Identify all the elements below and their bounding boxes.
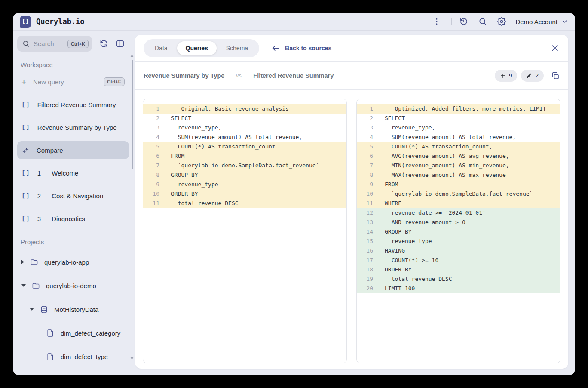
tree-item-querylab-io-app[interactable]: querylab-io-app <box>17 253 129 271</box>
code-text: total_revenue DESC <box>165 199 239 208</box>
sidebar-item-label: Revenue Summary by Type <box>37 124 117 131</box>
copy-icon[interactable] <box>551 71 560 80</box>
back-to-sources-label: Back to sources <box>285 45 331 52</box>
new-query-button[interactable]: + New query Ctrl+E <box>17 73 129 91</box>
history-icon[interactable] <box>459 17 468 26</box>
sidebar-item-welcome[interactable]: []1Welcome <box>17 164 129 182</box>
tree-item-dim-defect-type[interactable]: dim_defect_type <box>17 348 129 365</box>
back-to-sources-link[interactable]: Back to sources <box>271 44 331 52</box>
code-line: 9FROM <box>357 180 560 189</box>
line-number: 1 <box>143 104 165 114</box>
line-number: 18 <box>357 265 379 274</box>
search-input[interactable] <box>34 40 64 47</box>
refresh-icon[interactable] <box>99 39 108 48</box>
line-number: 11 <box>143 199 165 208</box>
code-line: 16HAVING <box>357 246 560 256</box>
tree-item-label: dim_defect_type <box>61 353 108 360</box>
tab-schema[interactable]: Schema <box>217 41 257 55</box>
top-bar: [] Querylab.io Demo Account <box>13 13 575 31</box>
plus-icon <box>500 73 506 79</box>
sidebar-item-revenue-summary-by-type[interactable]: []Revenue Summary by Type <box>17 118 129 136</box>
code-text: LIMIT 100 <box>379 284 415 293</box>
brackets-icon: [] <box>21 169 31 176</box>
edits-badge[interactable]: 2 <box>521 70 544 82</box>
close-icon[interactable] <box>550 43 560 53</box>
tree-item-label: dim_defect_category <box>61 329 120 337</box>
line-number: 15 <box>357 237 379 246</box>
line-number: 10 <box>143 189 165 199</box>
tree-item-querylab-io-demo[interactable]: querylab-io-demo <box>17 277 129 294</box>
code-panel-optimized: 1-- Optimized: Added filters, more metri… <box>356 99 560 363</box>
sidebar-scrollbar[interactable] <box>132 60 133 169</box>
kebab-menu-icon[interactable] <box>432 17 441 26</box>
code-line: 2SELECT <box>357 114 560 123</box>
code-text: MAX(revenue_amount) AS max_revenue <box>379 170 506 180</box>
panel-toggle-icon[interactable] <box>116 39 125 48</box>
line-number: 3 <box>357 123 379 132</box>
search-icon[interactable] <box>478 17 487 26</box>
line-number: 6 <box>357 151 379 161</box>
app-window: [] Querylab.io Demo Account <box>13 13 575 375</box>
compare-left-title: Revenue Summary by Type <box>144 72 224 79</box>
brackets-icon: [] <box>21 124 31 131</box>
code-line: 5 COUNT(*) AS transaction_count <box>143 142 346 151</box>
tree-item-label: querylab-io-demo <box>46 282 96 289</box>
sidebar-item-compare[interactable]: Compare <box>17 141 129 159</box>
sidebar-item-label: Compare <box>37 147 63 154</box>
code-text: MIN(revenue_amount) AS min_revenue, <box>379 161 509 170</box>
sidebar-item-diagnostics[interactable]: []3Diagnostics <box>17 209 129 228</box>
code-line: 7 `querylab-io-demo.SampleData.fact_reve… <box>143 161 346 170</box>
code-panel-original: 1-- Original: Basic revenue analysis2SEL… <box>143 99 347 363</box>
tab-queries[interactable]: Queries <box>177 41 217 55</box>
settings-gear-icon[interactable] <box>497 17 506 26</box>
search-box[interactable]: Ctrl+K <box>17 36 92 52</box>
line-number: 11 <box>357 199 379 208</box>
line-number: 8 <box>357 170 379 180</box>
code-line: 8 MAX(revenue_amount) AS max_revenue <box>357 170 560 180</box>
tab-data[interactable]: Data <box>146 41 176 55</box>
workspace-section-header: Workspace <box>21 61 129 68</box>
item-number: 1 <box>37 169 41 177</box>
code-text: revenue_type, <box>379 123 435 132</box>
account-menu[interactable]: Demo Account <box>515 18 568 25</box>
line-number: 17 <box>357 256 379 265</box>
code-line: 18ORDER BY <box>357 265 560 274</box>
additions-badge[interactable]: 9 <box>495 70 518 82</box>
main-area: DataQueriesSchema Back to sources Revenu… <box>135 31 575 375</box>
code-line: 10ORDER BY <box>143 189 346 199</box>
caret-down-icon[interactable] <box>30 308 34 311</box>
tree-item-dim-defect-category[interactable]: dim_defect_category <box>17 324 129 342</box>
caret-right-icon[interactable] <box>21 260 24 264</box>
line-number: 16 <box>357 246 379 256</box>
compare-header: Revenue Summary by Type vs Filtered Reve… <box>135 62 568 90</box>
search-shortcut-badge: Ctrl+K <box>67 40 89 48</box>
code-text: FROM <box>379 180 398 189</box>
line-number: 8 <box>143 170 165 180</box>
edits-count: 2 <box>535 72 539 79</box>
tree-item-mothistorydata[interactable]: MotHistoryData <box>17 301 129 318</box>
scroll-down-arrow[interactable] <box>130 357 134 360</box>
item-number-divider <box>46 192 46 200</box>
code-line: 13 AND revenue_amount > 0 <box>357 218 560 227</box>
line-number: 3 <box>143 123 165 132</box>
sidebar: Ctrl+K Workspace + New query Ctrl+E []Fi… <box>13 31 135 375</box>
line-number: 9 <box>143 180 165 189</box>
sidebar-item-cost-navigation[interactable]: []2Cost & Navigation <box>17 187 129 205</box>
code-text: revenue_type <box>165 180 218 189</box>
line-number: 4 <box>357 132 379 142</box>
code-text: COUNT(*) AS transaction_count, <box>379 142 492 151</box>
file-icon <box>46 329 55 337</box>
sidebar-item-filtered-revenue-summary[interactable]: []Filtered Revenue Summary <box>17 95 129 114</box>
scroll-up-arrow[interactable] <box>130 55 134 57</box>
code-text: COUNT(*) >= 10 <box>379 256 438 265</box>
sidebar-item-label: Filtered Revenue Summary <box>37 101 116 108</box>
tree-item-label: querylab-io-app <box>44 259 89 266</box>
code-line: 6 AVG(revenue_amount) AS avg_revenue, <box>357 151 560 161</box>
code-line: 1-- Original: Basic revenue analysis <box>143 104 346 114</box>
app-title: Querylab.io <box>36 17 85 26</box>
line-number: 1 <box>357 104 379 114</box>
caret-down-icon[interactable] <box>21 284 26 287</box>
file-icon <box>46 353 55 361</box>
code-line: 4 SUM(revenue_amount) AS total_revenue, <box>357 132 560 142</box>
item-number: 3 <box>37 215 41 222</box>
